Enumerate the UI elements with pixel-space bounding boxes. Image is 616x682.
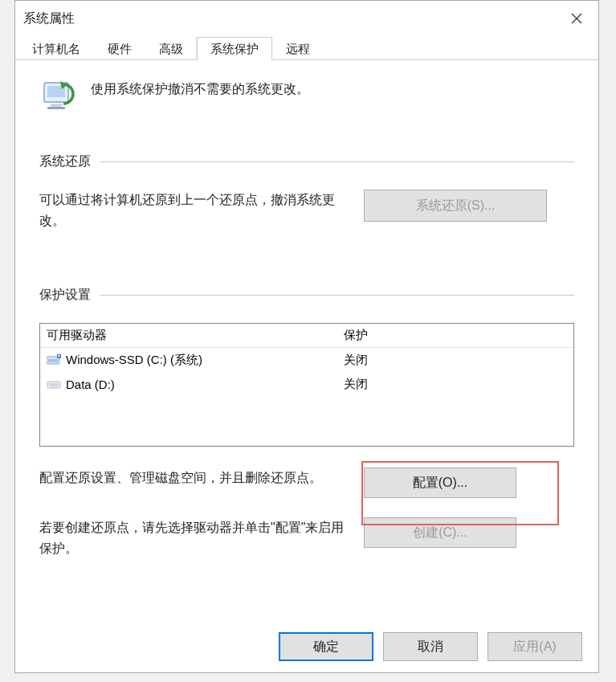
section-restore-label: 系统还原 <box>39 153 91 170</box>
close-button[interactable] <box>555 1 598 36</box>
svg-rect-13 <box>49 383 59 386</box>
table-row[interactable]: Windows-SSD (C:) (系统) 关闭 <box>40 348 573 372</box>
table-header: 可用驱动器 保护 <box>40 324 573 348</box>
cancel-button[interactable]: 取消 <box>383 632 478 661</box>
tab-computer-name[interactable]: 计算机名 <box>18 37 94 60</box>
svg-rect-5 <box>47 107 65 109</box>
tabs: 计算机名 硬件 高级 系统保护 远程 <box>15 36 598 60</box>
create-button: 创建(C)... <box>364 517 516 548</box>
intro-text: 使用系统保护撤消不需要的系统更改。 <box>91 76 309 98</box>
tab-hardware[interactable]: 硬件 <box>94 37 145 60</box>
divider <box>100 161 574 162</box>
drive-name: Windows-SSD (C:) (系统) <box>66 353 202 368</box>
configure-button[interactable]: 配置(O)... <box>364 468 516 498</box>
system-protection-icon <box>39 76 78 115</box>
tab-system-protection[interactable]: 系统保护 <box>197 37 272 60</box>
section-protect-label: 保护设置 <box>39 287 91 304</box>
tab-advanced[interactable]: 高级 <box>145 37 197 60</box>
drive-protection: 关闭 <box>337 353 573 368</box>
apply-button: 应用(A) <box>487 632 582 661</box>
svg-rect-4 <box>51 104 62 107</box>
configure-description: 配置还原设置、管理磁盘空间，并且删除还原点。 <box>39 468 345 488</box>
divider <box>100 295 574 296</box>
table-row[interactable]: Data (D:) 关闭 <box>40 372 573 396</box>
drive-table[interactable]: 可用驱动器 保护 Windows-SSD (C:) (系统) <box>39 323 574 447</box>
svg-rect-10 <box>58 355 60 356</box>
close-icon <box>571 13 582 24</box>
drive-name: Data (D:) <box>66 378 115 391</box>
create-description: 若要创建还原点，请先选择驱动器并单击"配置"来启用保护。 <box>39 517 345 558</box>
restore-description: 可以通过将计算机还原到上一个还原点，撤消系统更改。 <box>39 190 345 231</box>
col-protection: 保护 <box>337 328 573 343</box>
system-restore-button: 系统还原(S)... <box>364 190 547 222</box>
ok-button[interactable]: 确定 <box>279 632 373 661</box>
svg-rect-8 <box>48 359 58 362</box>
drive-protection: 关闭 <box>337 377 573 392</box>
window-title: 系统属性 <box>23 10 75 27</box>
tab-remote[interactable]: 远程 <box>272 37 324 60</box>
svg-rect-11 <box>58 357 60 357</box>
col-drive: 可用驱动器 <box>40 328 337 343</box>
drive-data-icon <box>47 378 61 390</box>
drive-system-icon <box>47 354 61 366</box>
